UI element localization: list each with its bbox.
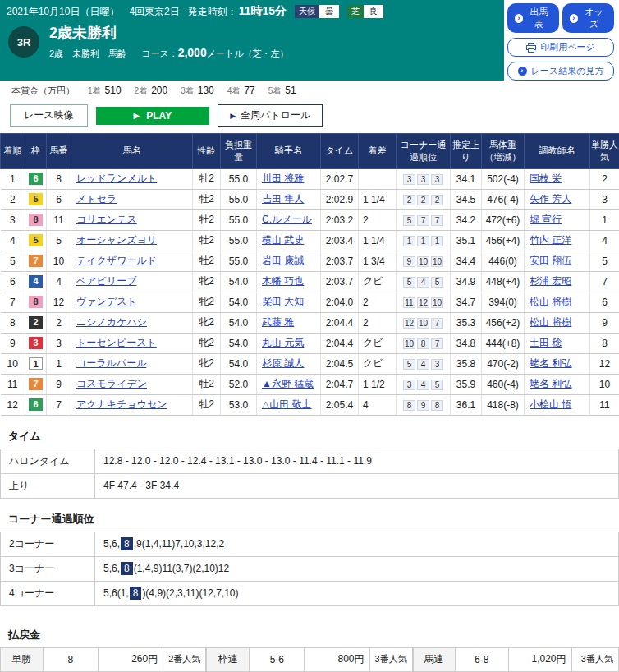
sex-age: 牡2 [193,189,221,209]
corner-order-pre: 5,6(1, [103,587,129,599]
jockey-name-link[interactable]: 杉原 誠人 [262,357,304,369]
horse-name-link[interactable]: テイクザワールド [76,255,157,266]
jockey-cell: ▲永野 猛蔵 [257,374,321,394]
result-row: 1267アクナキチョウセン牡253.0△山田 敬士2:05.4489836.14… [1,394,619,415]
jockey-name-link[interactable]: 岩田 康誠 [262,255,304,266]
results-guide-button[interactable]: ›レース結果の見方 [507,62,614,81]
horse-body-weight: 444(+8) [482,333,525,353]
header-link-buttons: ›出馬表 ›オッズ [507,3,614,33]
prize-item: 2着200 [135,85,168,95]
horse-name-link[interactable]: コリエンテス [76,214,137,225]
shutsuba-button[interactable]: ›出馬表 [507,3,559,33]
jockey-cell: 柴田 大知 [257,292,321,312]
column-header: 負担重量 [221,134,257,169]
prize-amount: 200 [151,85,167,96]
horse-name-link[interactable]: ニシノカケハシ [76,316,147,328]
finish-time: 2:04.4 [321,312,359,333]
waku-cell: 2 [25,312,47,333]
jockey-name-link[interactable]: 武藤 雅 [262,316,294,328]
corner-positions-cell: 12107 [397,312,451,333]
corner-positions-cell: 577 [397,209,451,230]
finish-time: 2:04.5 [321,353,359,374]
jockey-name-link[interactable]: C.ルメール [262,214,312,225]
jockey-cell: 木幡 巧也 [257,271,321,292]
jockey-name-link[interactable]: 川田 将雅 [262,173,304,184]
time-row: ハロンタイム12.8 - 12.0 - 12.0 - 12.4 - 13.1 -… [1,449,619,473]
trainer-name-link[interactable]: 蛯名 利弘 [530,357,571,369]
finish-time: 2:03.2 [321,209,359,230]
trainer-name-link[interactable]: 土田 稔 [530,337,562,348]
result-row: 822ニシノカケハシ牝254.0武藤 雅2:04.421210735.3456(… [1,312,619,333]
trainer-name-link[interactable]: 松山 将樹 [530,296,571,307]
trainer-name-link[interactable]: 小桧山 悟 [530,398,571,410]
trainer-name-link[interactable]: 杉浦 宏昭 [530,275,571,287]
print-page-button[interactable]: 印刷用ページ [507,38,614,57]
jockey-name-link[interactable]: 木幡 巧也 [262,275,304,287]
jockey-name-link[interactable]: ▲永野 猛蔵 [262,378,314,389]
corner-positions-cell: 111210 [397,292,451,312]
trainer-name-link[interactable]: 竹内 正洋 [530,234,571,246]
horse-name-link[interactable]: アクナキチョウセン [76,398,167,410]
horse-name-link[interactable]: コスモライデン [76,378,147,389]
play-button[interactable]: ▶PLAY [96,107,210,125]
prize-rank: 2着 [135,86,148,95]
finish-position: 12 [1,394,25,415]
last-3f-time: 34.5 [451,189,482,209]
payout-row: 単勝8260円2番人気 [1,647,206,671]
race-number-badge: 3R [8,26,39,58]
horse-name-link[interactable]: レッドランメルト [76,173,157,184]
trainer-cell: 杉浦 宏昭 [525,271,590,292]
trainer-cell: 松山 将樹 [525,292,590,312]
trainer-name-link[interactable]: 国枝 栄 [530,173,562,184]
winner-number-box: 8 [130,587,142,600]
jockey-name-link[interactable]: 柴田 大知 [262,296,304,307]
waku-badge: 5 [29,193,43,205]
horse-name-link[interactable]: コーラルパール [76,357,146,369]
horse-body-weight: 476(-4) [482,189,525,209]
trainer-name-link[interactable]: 松山 将樹 [530,316,571,328]
jockey-name-link[interactable]: △山田 敬士 [262,398,312,410]
prize-item: 3着130 [181,85,214,95]
horse-body-weight: 456(+4) [482,230,525,251]
win-popularity: 2 [590,168,619,189]
corner-position-number: 5 [431,380,443,390]
odds-button[interactable]: ›オッズ [562,3,614,33]
corner-row-label: 3コーナー [1,556,95,581]
horse-number: 10 [47,251,71,271]
horse-name-link[interactable]: トーセンビースト [76,337,157,348]
last-3f-time: 35.9 [451,374,482,394]
patrol-button[interactable]: ▶全周パトロール [218,104,323,127]
time-row-label: ハロンタイム [1,449,95,473]
trainer-name-link[interactable]: 矢作 芳人 [530,193,571,205]
horse-name-cell: アクナキチョウセン [71,394,193,415]
prize-rank: 3着 [181,86,194,95]
time-table-body: ハロンタイム12.8 - 12.0 - 12.0 - 12.4 - 13.1 -… [1,449,619,498]
corner-positions-cell: 345 [397,374,451,394]
time-row-value: 12.8 - 12.0 - 12.0 - 12.4 - 13.1 - 13.0 … [95,449,619,473]
horse-name-link[interactable]: オーシャンズヨリ [76,234,157,246]
jockey-name-link[interactable]: 横山 武史 [262,234,304,246]
waku-cell: 5 [25,189,47,209]
prize-row: 本賞金（万円） 1着5102着2003着1304着775着51 [0,81,619,99]
waku-badge: 8 [29,214,43,226]
horse-name-link[interactable]: ベアピリーブ [76,275,136,287]
trainer-name-link[interactable]: 安田 翔伍 [530,255,571,266]
course-distance: 2,000 [178,46,207,59]
horse-name-link[interactable]: メトセラ [76,193,117,205]
payout-row: 馬連6-81,020円3番人気 [413,647,618,671]
trainer-name-link[interactable]: 堀 宣行 [530,214,562,225]
margin: 1 1/4 [359,189,397,209]
corner-position-number: 3 [431,174,443,185]
jockey-name-link[interactable]: 吉田 隼人 [262,193,304,205]
race-video-button[interactable]: レース映像 [10,104,88,127]
horse-name-link[interactable]: ヴァンデスト [76,296,137,307]
trainer-cell: 国枝 栄 [525,168,590,189]
corner-positions-cell: 543 [397,353,451,374]
trainer-cell: 松山 将樹 [525,312,590,333]
result-row: 168レッドランメルト牡255.0川田 将雅2:02.733334.1502(-… [1,168,619,189]
corner-positions-cell: 898 [397,394,451,415]
jockey-name-link[interactable]: 丸山 元気 [262,337,304,348]
trainer-name-link[interactable]: 蛯名 利弘 [530,378,571,389]
horse-number: 12 [47,292,71,312]
horse-number: 3 [47,333,71,353]
